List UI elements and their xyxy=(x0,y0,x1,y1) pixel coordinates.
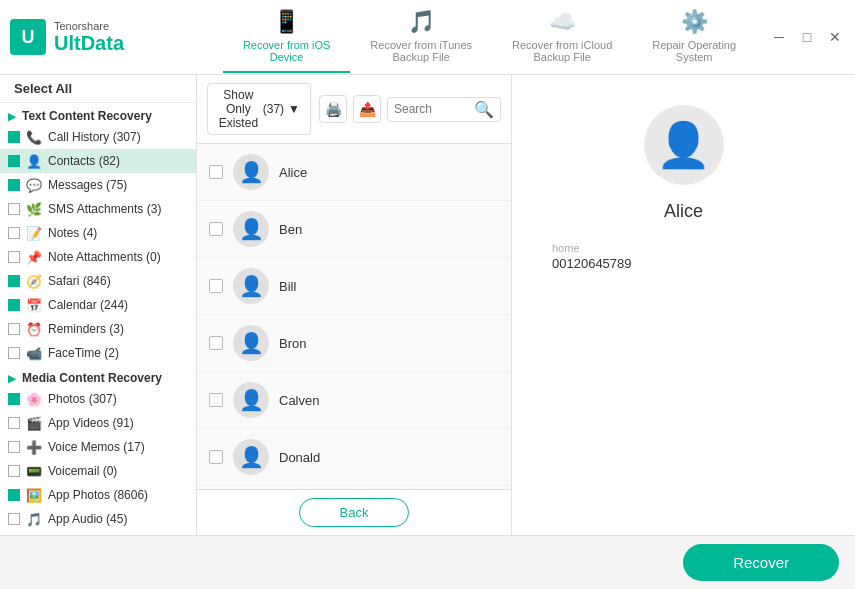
minimize-button[interactable]: ─ xyxy=(769,27,789,47)
call-history-checkbox[interactable] xyxy=(8,131,20,143)
sidebar-item-sms-attachments[interactable]: 🌿 SMS Attachments (3) xyxy=(0,197,196,221)
avatar: 👤 xyxy=(233,439,269,475)
dropdown-arrow-icon: ▼ xyxy=(288,102,300,116)
tab-icloud[interactable]: ☁️ Recover from iCloudBackup File xyxy=(492,1,632,73)
sidebar-item-app-audio[interactable]: 🎵 App Audio (45) xyxy=(0,507,196,531)
select-all-row[interactable]: Select All xyxy=(0,75,196,103)
voicemail-checkbox[interactable] xyxy=(8,465,20,477)
list-item[interactable]: 👤 Calven xyxy=(197,372,511,429)
avatar: 👤 xyxy=(233,211,269,247)
avatar: 👤 xyxy=(233,325,269,361)
maximize-button[interactable]: □ xyxy=(797,27,817,47)
calendar-checkbox[interactable] xyxy=(8,299,20,311)
logo-icon: U xyxy=(10,19,46,55)
contact-name: Alice xyxy=(279,165,307,180)
list-footer: Back xyxy=(197,489,511,535)
show-only-filter[interactable]: Show Only Existed (37) ▼ xyxy=(207,83,311,135)
contact-checkbox[interactable] xyxy=(209,336,223,350)
sidebar-item-contacts[interactable]: 👤 Contacts (82) xyxy=(0,149,196,173)
facetime-icon: 📹 xyxy=(26,345,42,361)
contact-checkbox[interactable] xyxy=(209,279,223,293)
sms-attachments-checkbox[interactable] xyxy=(8,203,20,215)
app-videos-icon: 🎬 xyxy=(26,415,42,431)
note-attachments-label: Note Attachments (0) xyxy=(48,250,161,264)
contact-list: 👤 Alice 👤 Ben 👤 Bill 👤 Bron 👤 C xyxy=(197,144,511,489)
reminders-checkbox[interactable] xyxy=(8,323,20,335)
sidebar-item-voicemail[interactable]: 📟 Voicemail (0) xyxy=(0,459,196,483)
contacts-label: Contacts (82) xyxy=(48,154,120,168)
list-item[interactable]: 👤 Bill xyxy=(197,258,511,315)
sidebar-item-call-history[interactable]: 📞 Call History (307) xyxy=(0,125,196,149)
print-icon: 🖨️ xyxy=(325,101,342,117)
contact-checkbox[interactable] xyxy=(209,450,223,464)
print-button[interactable]: 🖨️ xyxy=(319,95,347,123)
photos-label: Photos (307) xyxy=(48,392,117,406)
sidebar-item-notes[interactable]: 📝 Notes (4) xyxy=(0,221,196,245)
sidebar-item-calendar[interactable]: 📅 Calendar (244) xyxy=(0,293,196,317)
tab-ios[interactable]: 📱 Recover from iOSDevice xyxy=(223,1,350,73)
sms-attachments-icon: 🌿 xyxy=(26,201,42,217)
contact-checkbox[interactable] xyxy=(209,222,223,236)
app-videos-checkbox[interactable] xyxy=(8,417,20,429)
list-item[interactable]: 👤 Bron xyxy=(197,315,511,372)
notes-checkbox[interactable] xyxy=(8,227,20,239)
photos-checkbox[interactable] xyxy=(8,393,20,405)
messages-icon: 💬 xyxy=(26,177,42,193)
messages-checkbox[interactable] xyxy=(8,179,20,191)
note-attachments-checkbox[interactable] xyxy=(8,251,20,263)
photos-icon: 🌸 xyxy=(26,391,42,407)
header: U Tenorshare UltData 📱 Recover from iOSD… xyxy=(0,0,855,75)
app-audio-checkbox[interactable] xyxy=(8,513,20,525)
calendar-label: Calendar (244) xyxy=(48,298,128,312)
contact-name: Donald xyxy=(279,450,320,465)
recover-button[interactable]: Recover xyxy=(683,544,839,581)
voice-memos-checkbox[interactable] xyxy=(8,441,20,453)
safari-label: Safari (846) xyxy=(48,274,111,288)
icloud-icon: ☁️ xyxy=(549,9,576,35)
export-button[interactable]: 📤 xyxy=(353,95,381,123)
calendar-icon: 📅 xyxy=(26,297,42,313)
avatar: 👤 xyxy=(233,382,269,418)
export-icon: 📤 xyxy=(359,101,376,117)
facetime-checkbox[interactable] xyxy=(8,347,20,359)
messages-label: Messages (75) xyxy=(48,178,127,192)
notes-icon: 📝 xyxy=(26,225,42,241)
sidebar-item-voice-memos[interactable]: ➕ Voice Memos (17) xyxy=(0,435,196,459)
note-attachments-icon: 📌 xyxy=(26,249,42,265)
sidebar-item-note-attachments[interactable]: 📌 Note Attachments (0) xyxy=(0,245,196,269)
list-item[interactable]: 👤 Donald xyxy=(197,429,511,486)
close-button[interactable]: ✕ xyxy=(825,27,845,47)
list-item[interactable]: 👤 Alice xyxy=(197,144,511,201)
list-item[interactable]: 👤 Ben xyxy=(197,201,511,258)
detail-avatar: 👤 xyxy=(644,105,724,185)
sidebar-item-facetime[interactable]: 📹 FaceTime (2) xyxy=(0,341,196,365)
contact-checkbox[interactable] xyxy=(209,393,223,407)
sidebar-item-safari[interactable]: 🧭 Safari (846) xyxy=(0,269,196,293)
safari-checkbox[interactable] xyxy=(8,275,20,287)
tab-repair[interactable]: ⚙️ Repair OperatingSystem xyxy=(632,1,756,73)
window-controls: ─ □ ✕ xyxy=(769,27,845,47)
sidebar-item-app-photos[interactable]: 🖼️ App Photos (8606) xyxy=(0,483,196,507)
tab-repair-label: Repair OperatingSystem xyxy=(652,39,736,63)
sidebar-item-reminders[interactable]: ⏰ Reminders (3) xyxy=(0,317,196,341)
search-input[interactable] xyxy=(394,102,474,116)
toolbar-actions: 🖨️ 📤 🔍 xyxy=(319,95,501,123)
filter-count: (37) xyxy=(263,102,284,116)
sidebar-item-photos[interactable]: 🌸 Photos (307) xyxy=(0,387,196,411)
contacts-checkbox[interactable] xyxy=(8,155,20,167)
safari-icon: 🧭 xyxy=(26,273,42,289)
sidebar-item-messages[interactable]: 💬 Messages (75) xyxy=(0,173,196,197)
contact-checkbox[interactable] xyxy=(209,165,223,179)
app-photos-checkbox[interactable] xyxy=(8,489,20,501)
sidebar-item-app-videos[interactable]: 🎬 App Videos (91) xyxy=(0,411,196,435)
avatar: 👤 xyxy=(233,154,269,190)
text-section-label: Text Content Recovery xyxy=(22,109,152,123)
back-button[interactable]: Back xyxy=(299,498,410,527)
ios-device-icon: 📱 xyxy=(273,9,300,35)
tab-itunes[interactable]: 🎵 Recover from iTunesBackup File xyxy=(350,1,492,73)
search-box: 🔍 xyxy=(387,97,501,122)
show-only-label: Show Only Existed xyxy=(218,88,259,130)
search-icon: 🔍 xyxy=(474,100,494,119)
app-photos-icon: 🖼️ xyxy=(26,487,42,503)
facetime-label: FaceTime (2) xyxy=(48,346,119,360)
